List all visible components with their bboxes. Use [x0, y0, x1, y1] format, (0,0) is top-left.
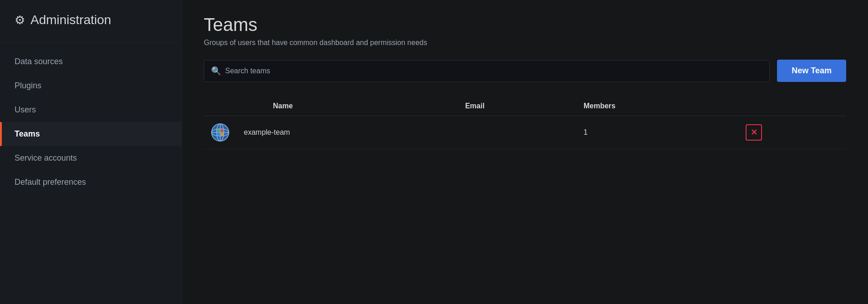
sidebar-item-data-sources[interactable]: Data sources: [0, 50, 182, 74]
search-bar-row: 🔍 New Team: [204, 60, 846, 82]
sidebar-item-label: Service accounts: [15, 153, 77, 162]
sidebar-header: ⚙ Administration: [0, 0, 182, 42]
sidebar-item-service-accounts[interactable]: Service accounts: [0, 146, 182, 170]
close-icon: ✕: [751, 127, 757, 137]
team-avatar-cell: [204, 116, 237, 149]
sidebar-item-teams[interactable]: Teams: [0, 122, 182, 146]
svg-rect-7: [221, 129, 223, 132]
search-input[interactable]: [204, 60, 770, 82]
team-members-cell: 1: [576, 116, 738, 149]
table-header: Name Email Members: [204, 96, 846, 116]
col-header-members: Members: [576, 96, 738, 116]
sidebar-item-label: Teams: [15, 129, 40, 138]
sidebar-item-plugins[interactable]: Plugins: [0, 74, 182, 98]
sidebar-item-label: Plugins: [15, 81, 41, 90]
sidebar-item-label: Users: [15, 105, 36, 114]
col-avatar: [204, 96, 237, 116]
sidebar-item-label: Data sources: [15, 57, 63, 66]
sidebar: ⚙ Administration Data sources Plugins Us…: [0, 0, 182, 304]
team-avatar-image: [211, 123, 229, 142]
sidebar-nav: Data sources Plugins Users Teams Service…: [0, 42, 182, 202]
gear-icon: ⚙: [15, 13, 25, 27]
search-input-wrapper: 🔍: [204, 60, 770, 82]
new-team-button[interactable]: New Team: [777, 60, 846, 82]
col-header-name: Name: [237, 96, 458, 116]
svg-rect-8: [217, 133, 220, 136]
col-header-actions: [738, 96, 846, 116]
team-email-cell: [458, 116, 576, 149]
sidebar-item-label: Default preferences: [15, 177, 86, 187]
sidebar-item-users[interactable]: Users: [0, 98, 182, 122]
search-icon: 🔍: [211, 66, 221, 76]
table-header-row: Name Email Members: [204, 96, 846, 116]
svg-rect-6: [217, 129, 220, 132]
team-avatar: [211, 123, 229, 142]
col-header-email: Email: [458, 96, 576, 116]
svg-rect-9: [221, 133, 223, 136]
page-subtitle: Groups of users that have common dashboa…: [204, 39, 846, 47]
table-body: example-team 1 ✕: [204, 116, 846, 149]
team-name-cell[interactable]: example-team: [237, 116, 458, 149]
sidebar-item-default-preferences[interactable]: Default preferences: [0, 170, 182, 194]
teams-table: Name Email Members: [204, 96, 846, 149]
page-title: Teams: [204, 15, 846, 35]
delete-team-button[interactable]: ✕: [746, 124, 762, 141]
table-row: example-team 1 ✕: [204, 116, 846, 149]
main-content: Teams Groups of users that have common d…: [182, 0, 868, 304]
team-delete-cell: ✕: [738, 116, 846, 149]
sidebar-title: Administration: [30, 13, 111, 27]
